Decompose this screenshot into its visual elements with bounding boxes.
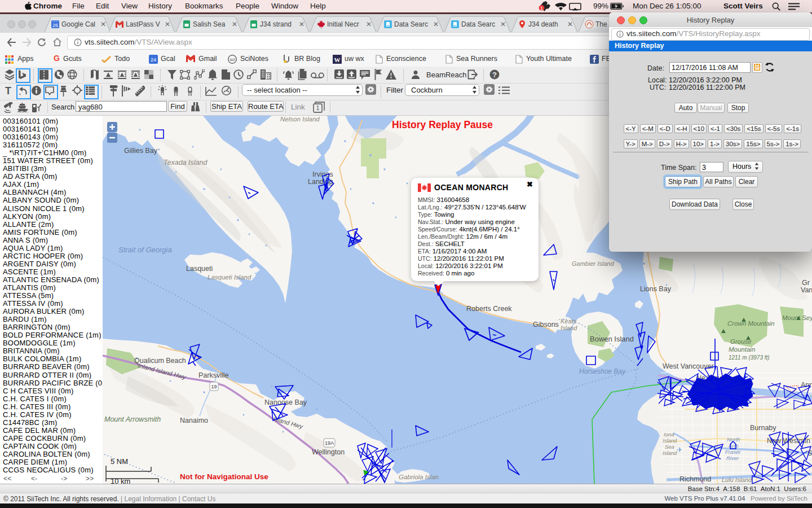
svg-text:Mount Sey: Mount Sey [782,314,812,321]
svg-text:Qualicum Beach: Qualicum Beach [134,357,186,365]
svg-text:19A: 19A [325,440,334,446]
svg-text:Lions Bay: Lions Bay [640,285,672,293]
svg-text:sci: sci [230,57,235,62]
svg-text:Lulu Island: Lulu Island [722,476,752,483]
svg-text:Wellington: Wellington [312,448,345,456]
svg-text:19: 19 [211,384,217,389]
svg-text:Gabriola Islan: Gabriola Islan [399,474,439,480]
svg-text:Island: Island [663,450,677,456]
svg-text:History Replay Pause: History Replay Pause [392,119,493,130]
svg-text:✈: ✈ [677,446,682,454]
svg-text:Island: Island [561,325,577,331]
svg-text:Keats: Keats [561,318,577,325]
svg-text:River: River [726,455,739,461]
svg-text:Richmond: Richmond [679,475,711,483]
svg-text:Fraser: Fraser [725,449,741,455]
svg-text:Nanoose Bay: Nanoose Bay [264,398,307,406]
svg-text:Sea: Sea [665,444,674,450]
svg-text:24: 24 [151,57,156,63]
svg-text:1211 m (3973 ft): 1211 m (3973 ft) [729,354,770,361]
svg-text:West Vancouver: West Vancouver [663,362,714,370]
svg-text:Burnaby: Burnaby [750,424,776,432]
svg-text:Crown Mountain: Crown Mountain [727,320,775,327]
svg-text:Nanaimo: Nanaimo [180,417,208,424]
svg-text:?: ? [492,71,497,79]
svg-text:Iona: Iona [664,431,674,437]
svg-text:Lasqueti Island: Lasqueti Island [208,274,251,281]
svg-text:Mount Arrowsmith: Mount Arrowsmith [104,415,161,423]
svg-text:5 NM: 5 NM [111,457,128,466]
svg-text:Arm: Arm [728,443,739,449]
svg-text:Parksville: Parksville [198,371,229,379]
svg-text:Island: Island [663,437,677,444]
svg-text:Gibsons: Gibsons [533,321,559,329]
svg-text:26: 26 [52,23,58,28]
svg-text:Not for Navigational Use: Not for Navigational Use [180,472,268,481]
svg-text:Horseshoe Bay: Horseshoe Bay [579,367,626,375]
svg-text:Gillies Bay: Gillies Bay [124,147,158,155]
svg-text:Landing: Landing [308,178,333,186]
svg-text:1: 1 [540,6,543,11]
svg-text:Roberts Creek: Roberts Creek [466,305,512,313]
svg-text:Lasqueti: Lasqueti [186,265,213,273]
svg-text:10 km: 10 km [111,477,130,484]
svg-text:Gr: Gr [802,279,810,287]
svg-text:Strait of Georgia: Strait of Georgia [118,246,172,254]
svg-text:1: 1 [316,104,319,111]
svg-text:Nelson Island: Nelson Island [280,116,320,122]
svg-text:Texada Island: Texada Island [164,159,208,167]
svg-text:Mountain: Mountain [729,346,755,353]
svg-text:Van: Van [801,286,812,294]
svg-text:Bowen Island: Bowen Island [590,335,634,343]
svg-text:Ann: Ann [801,381,812,389]
svg-text:Gambier Island: Gambier Island [572,260,614,267]
svg-text:W: W [334,56,341,63]
